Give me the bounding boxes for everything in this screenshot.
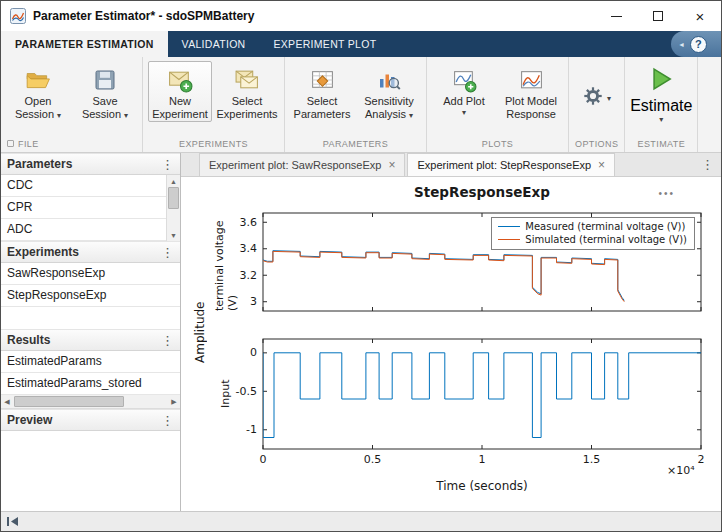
doc-tab-label: Experiment plot: SawResponseExp xyxy=(209,159,381,171)
close-button[interactable]: × xyxy=(679,1,721,31)
vertical-scrollbar[interactable]: ▲ ▼ xyxy=(166,175,180,241)
panel-header-parameters: Parameters ⋮ xyxy=(1,153,180,175)
list-item[interactable]: CDC xyxy=(1,175,166,197)
close-icon: × xyxy=(696,9,705,24)
open-session-button[interactable]: Open Session ▾ xyxy=(6,61,70,122)
select-experiments-button[interactable]: Select Experiments xyxy=(215,61,279,122)
panel-header-experiments: Experiments ⋮ xyxy=(1,241,180,263)
panel-title: Experiments xyxy=(7,245,79,259)
time-axis-label: Time (seconds) xyxy=(263,479,701,493)
maximize-button[interactable] xyxy=(637,1,679,31)
new-experiment-label-1: New xyxy=(169,95,191,108)
select-experiments-label-1: Select xyxy=(232,95,263,108)
close-tab-icon[interactable]: × xyxy=(598,159,605,171)
list-item[interactable]: SawResponseExp xyxy=(1,263,180,285)
select-parameters-label-2: Parameters xyxy=(294,108,351,121)
section-label-experiments: EXPERIMENTS xyxy=(179,139,248,149)
list-item[interactable]: EstimatedParams_stored xyxy=(1,373,180,395)
axes-toolbar-ellipsis-icon[interactable]: ••• xyxy=(658,188,675,199)
ribbon-tab-bar: PARAMETER ESTIMATION VALIDATION EXPERIME… xyxy=(1,31,721,57)
doc-tab-sawresponseexp[interactable]: Experiment plot: SawResponseExp × xyxy=(199,153,405,176)
gear-icon xyxy=(582,85,604,111)
scrollbar-thumb[interactable] xyxy=(14,396,124,407)
estimate-button[interactable]: Estimate ▾ xyxy=(630,61,692,124)
open-session-label-1: Open xyxy=(25,95,52,108)
section-estimate: Estimate ▾ ESTIMATE xyxy=(625,57,698,152)
scrollbar-thumb[interactable] xyxy=(168,187,179,209)
plot-title: StepResponseExp xyxy=(263,184,701,200)
sensitivity-analysis-label-1: Sensitivity xyxy=(364,95,414,107)
add-plot-button[interactable]: Add Plot ▾ xyxy=(432,61,496,118)
document-tab-bar: Experiment plot: SawResponseExp × Experi… xyxy=(181,153,721,177)
new-experiment-button[interactable]: New Experiment xyxy=(148,61,212,122)
minimize-icon xyxy=(611,16,622,17)
list-item[interactable]: ADC xyxy=(1,219,166,241)
svg-text:3.4: 3.4 xyxy=(240,242,258,255)
help-pill[interactable]: ◄ ? xyxy=(671,31,721,57)
section-plots: Add Plot ▾ Plot Model Response PLOTS xyxy=(427,57,569,152)
parameters-list: CDC CPR ADC ▲ ▼ xyxy=(1,175,180,241)
voltage-axis-label: terminal voltage (V) xyxy=(219,213,232,311)
app-window: Parameter Estimator* - sdoSPMBattery × P… xyxy=(0,0,722,532)
chevron-down-icon: ▾ xyxy=(124,111,128,120)
tab-validation[interactable]: VALIDATION xyxy=(168,31,260,57)
panel-title: Results xyxy=(7,333,50,347)
panel-menu-icon[interactable]: ⋮ xyxy=(161,413,174,428)
options-button[interactable]: ▾ xyxy=(574,61,619,111)
scroll-up-icon[interactable]: ▲ xyxy=(167,175,180,187)
tab-experiment-plot[interactable]: EXPERIMENT PLOT xyxy=(259,31,390,57)
legend-entry-simulated: Simulated (terminal voltage (V)) xyxy=(498,233,687,246)
play-icon xyxy=(646,65,676,97)
scroll-right-icon[interactable]: ▶ xyxy=(168,395,180,408)
status-bar xyxy=(1,511,721,531)
save-session-label-2: Session xyxy=(82,108,121,120)
panel-menu-icon[interactable]: ⋮ xyxy=(161,333,174,348)
list-item[interactable]: EstimatedParams xyxy=(1,351,180,373)
select-experiments-icon xyxy=(234,65,260,95)
list-item[interactable]: CPR xyxy=(1,197,166,219)
scroll-left-icon[interactable]: ◀ xyxy=(1,395,13,408)
section-label-file: FILE xyxy=(18,139,39,149)
plot-model-response-button[interactable]: Plot Model Response xyxy=(499,61,563,122)
save-session-label-1: Save xyxy=(92,95,117,108)
new-experiment-label-2: Experiment xyxy=(152,108,208,121)
plot-legend[interactable]: Measured (terminal voltage (V)) Simulate… xyxy=(491,217,695,250)
save-session-button[interactable]: Save Session ▾ xyxy=(73,61,137,122)
doc-tab-stepresponseexp[interactable]: Experiment plot: StepResponseExp × xyxy=(407,153,615,176)
collapse-left-icon[interactable] xyxy=(6,516,19,527)
svg-text:1.5: 1.5 xyxy=(583,453,601,466)
new-experiment-icon xyxy=(167,65,193,95)
panel-menu-icon[interactable]: ⋮ xyxy=(161,245,174,260)
select-parameters-button[interactable]: Select Parameters xyxy=(290,61,354,122)
svg-text:-0.5: -0.5 xyxy=(236,385,257,398)
maximize-icon xyxy=(653,11,663,21)
tab-parameter-estimation[interactable]: PARAMETER ESTIMATION xyxy=(1,31,168,57)
list-item[interactable]: StepResponseExp xyxy=(1,285,180,307)
plot-model-response-label-2: Response xyxy=(506,108,556,121)
save-icon xyxy=(93,65,117,95)
figure-ylabel: Amplitude xyxy=(193,237,207,427)
legend-label-measured: Measured (terminal voltage (V)) xyxy=(525,221,685,232)
chevron-down-icon: ▾ xyxy=(607,94,611,103)
panel-title: Preview xyxy=(7,413,52,427)
help-icon[interactable]: ? xyxy=(690,36,707,53)
select-parameters-label-1: Select xyxy=(307,95,338,108)
tab-overflow-icon[interactable]: ⋮ xyxy=(701,157,714,172)
legend-line-measured xyxy=(498,226,520,227)
horizontal-scrollbar[interactable]: ◀ ▶ xyxy=(1,395,180,409)
scroll-down-icon[interactable]: ▼ xyxy=(167,229,180,241)
sensitivity-analysis-button[interactable]: Sensitivity Analysis ▾ xyxy=(357,61,421,122)
close-tab-icon[interactable]: × xyxy=(388,159,395,171)
section-experiments: New Experiment Select Experiments EXPERI… xyxy=(143,57,285,152)
select-experiments-label-2: Experiments xyxy=(216,108,277,121)
estimate-label: Estimate xyxy=(630,97,692,115)
section-label-parameters: PARAMETERS xyxy=(323,139,388,149)
panel-menu-icon[interactable]: ⋮ xyxy=(161,157,174,172)
section-label-plots: PLOTS xyxy=(482,139,514,149)
chevron-down-icon: ▾ xyxy=(659,115,663,124)
minimize-button[interactable] xyxy=(595,1,637,31)
plot-model-response-icon xyxy=(519,65,544,95)
open-session-label-2: Session xyxy=(15,108,54,120)
add-plot-label: Add Plot xyxy=(443,95,485,108)
svg-text:0.5: 0.5 xyxy=(364,453,382,466)
